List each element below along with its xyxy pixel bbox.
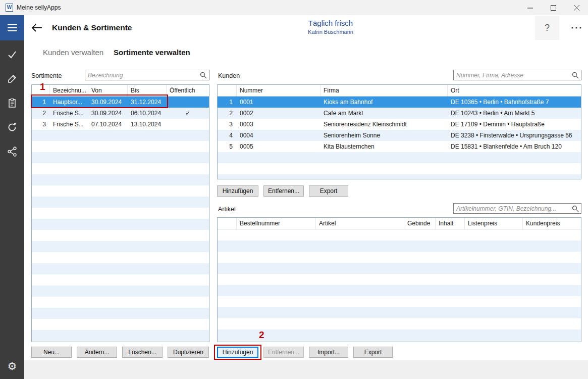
cell-firma: Cafe am Markt <box>320 108 448 119</box>
column-header-bezeichnung[interactable]: Bezeichnu... <box>50 85 88 96</box>
kunde-row-4[interactable]: 4 0004 Seniorenheim Sonne DE 3238 • Fins… <box>218 130 581 141</box>
column-header-ort[interactable]: Ort <box>448 85 581 96</box>
aendern-button[interactable]: Ändern... <box>77 347 117 358</box>
sortiment-row-2[interactable]: 2 Frische S... 30.09.2024 06.10.2024 ✓ <box>32 108 209 119</box>
minimize-button[interactable] <box>518 0 542 15</box>
check-icon <box>7 49 18 60</box>
artikel-label: Artikel <box>218 206 236 213</box>
title-bar: W Meine sellyApps <box>0 0 588 15</box>
sortiment-row-1[interactable]: 1 Hauptsor... 30.09.2024 31.12.2024 <box>32 97 209 108</box>
kunden-export-button[interactable]: Export <box>309 185 348 197</box>
artikel-table-header: Bestellnummer Artikel Gebinde Inhalt Lis… <box>218 218 581 229</box>
artikel-table: Bestellnummer Artikel Gebinde Inhalt Lis… <box>217 217 581 342</box>
sortimente-search-input[interactable] <box>85 71 209 80</box>
cell-von: 30.09.2024 <box>88 108 128 119</box>
kunden-hinzufuegen-button[interactable]: Hinzufügen <box>217 185 258 197</box>
maximize-button[interactable] <box>542 0 565 15</box>
cell-nr: 4 <box>218 130 237 141</box>
cell-nr: 2 <box>218 108 237 119</box>
cell-ort: DE 3238 • Finsterwalde • Ursprungsgasse … <box>448 130 581 141</box>
gear-icon: ⚙ <box>8 361 17 371</box>
search-icon <box>572 72 579 81</box>
back-arrow-icon <box>31 23 42 32</box>
cell-ort: DE 15831 • Blankenfelde • Am Bruch 120 <box>448 141 581 152</box>
cell-nr: 3 <box>218 119 237 130</box>
duplizieren-button[interactable]: Duplizieren <box>168 347 209 358</box>
close-icon <box>574 5 579 11</box>
column-header-nummer[interactable]: Nummer <box>237 85 320 96</box>
cell-firma: Kioks am Bahnhof <box>320 97 448 108</box>
column-header-listenpreis[interactable]: Listenpreis <box>465 218 523 229</box>
sidebar-item-orders[interactable] <box>0 91 24 115</box>
sidebar-item-share[interactable] <box>0 139 24 164</box>
hamburger-icon <box>8 24 17 25</box>
account-info[interactable]: Täglich frisch Katrin Buschmann <box>280 19 381 35</box>
column-header-firma[interactable]: Firma <box>320 85 448 96</box>
loeschen-button[interactable]: Löschen... <box>122 347 163 358</box>
column-header-kundenpreis[interactable]: Kundenpreis <box>523 218 581 229</box>
empty-rows <box>218 152 581 179</box>
sortimente-label: Sortimente <box>31 72 62 79</box>
cell-von: 07.10.2024 <box>88 119 128 130</box>
cell-ort: DE 10243 • Berlin • Am Markt 5 <box>448 108 581 119</box>
column-header-nr[interactable] <box>218 85 237 96</box>
cell-oeffentlich <box>167 119 209 130</box>
app-icon: W <box>6 4 13 12</box>
column-header-nr[interactable] <box>218 218 237 229</box>
column-header-artikel[interactable]: Artikel <box>316 218 404 229</box>
cell-nr: 1 <box>218 97 237 108</box>
close-button[interactable] <box>565 0 588 15</box>
cell-nummer: 0005 <box>237 141 320 152</box>
sidebar-item-sortimente[interactable] <box>0 67 24 91</box>
artikel-import-button[interactable]: Import... <box>309 347 348 358</box>
column-header-von[interactable]: Von <box>88 85 128 96</box>
cell-ort: DE 10365 • Berlin • Bahnhofstraße 7 <box>448 97 581 108</box>
sortimente-searchbox <box>85 70 209 80</box>
kunden-entfernen-button[interactable]: Entfernen... <box>263 185 304 197</box>
sortiment-row-3[interactable]: 3 Frische S... 07.10.2024 13.10.2024 <box>32 119 209 130</box>
sync-icon <box>7 122 18 133</box>
artikel-entfernen-button[interactable]: Entfernen... <box>263 347 304 358</box>
column-header-bis[interactable]: Bis <box>128 85 167 96</box>
cell-firma: Seniorenheim Sonne <box>320 130 448 141</box>
kunde-row-5[interactable]: 5 0005 Kita Blausternchen DE 15831 • Bla… <box>218 141 581 152</box>
bottom-strip <box>24 360 588 379</box>
empty-rows <box>32 130 209 342</box>
kunden-search-input[interactable] <box>454 71 581 80</box>
cell-bezeichnung: Frische S... <box>50 119 88 130</box>
back-button[interactable] <box>30 22 43 34</box>
help-button[interactable]: ? <box>535 16 559 40</box>
neu-button[interactable]: Neu... <box>31 347 72 358</box>
kunde-row-2[interactable]: 2 0002 Cafe am Markt DE 10243 • Berlin •… <box>218 108 581 119</box>
sidebar-item-settings[interactable]: ⚙ <box>0 354 24 378</box>
account-user: Katrin Buschmann <box>280 29 381 35</box>
column-header-gebinde[interactable]: Gebinde <box>404 218 436 229</box>
tab-kunden-verwalten[interactable]: Kunden verwalten <box>43 48 103 57</box>
artikel-export-button[interactable]: Export <box>353 347 393 358</box>
more-button[interactable] <box>565 16 587 40</box>
cell-bis: 13.10.2024 <box>128 119 167 130</box>
cell-firma: Seniorenresidenz Kleinschmidt <box>320 119 448 130</box>
clipboard-icon <box>7 98 18 109</box>
sidebar-item-sync[interactable] <box>0 115 24 139</box>
kunden-table-header: Nummer Firma Ort <box>218 85 581 97</box>
kunde-row-3[interactable]: 3 0003 Seniorenresidenz Kleinschmidt DE … <box>218 119 581 130</box>
sidebar-item-tasks[interactable] <box>0 42 24 67</box>
tab-sortimente-verwalten[interactable]: Sortimente verwalten <box>114 48 190 57</box>
search-icon <box>200 72 207 81</box>
artikel-search-input[interactable] <box>454 204 581 214</box>
kunde-row-1[interactable]: 1 0001 Kioks am Bahnhof DE 10365 • Berli… <box>218 97 581 108</box>
artikel-hinzufuegen-button[interactable]: Hinzufügen <box>217 347 258 358</box>
maximize-icon <box>551 5 556 11</box>
cell-bezeichnung: Hauptsor... <box>50 97 88 108</box>
search-icon <box>572 205 579 214</box>
cell-nummer: 0001 <box>237 97 320 108</box>
column-header-oeffentlich[interactable]: Öffentlich <box>167 85 209 96</box>
annotation-step-1-number: 1 <box>40 81 45 92</box>
cell-bis: 06.10.2024 <box>128 108 167 119</box>
kunden-table: Nummer Firma Ort 1 0001 Kioks am Bahnhof… <box>217 84 581 179</box>
column-header-inhalt[interactable]: Inhalt <box>436 218 465 229</box>
column-header-bestellnummer[interactable]: Bestellnummer <box>237 218 316 229</box>
window-title: Meine sellyApps <box>17 4 61 11</box>
hamburger-menu-button[interactable] <box>0 15 24 40</box>
